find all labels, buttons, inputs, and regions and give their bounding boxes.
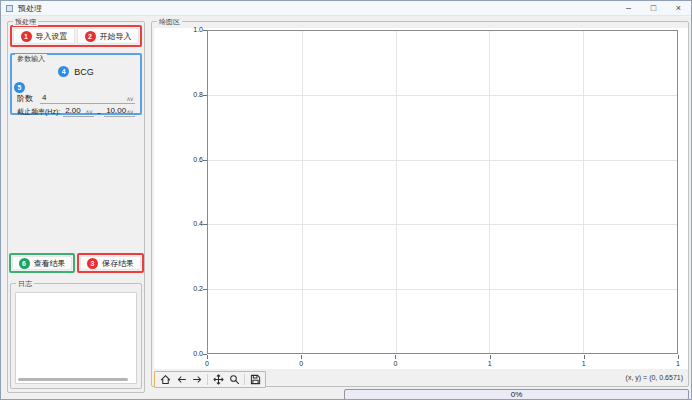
minimize-button[interactable]: – [616, 1, 641, 15]
plot-toolbar [154, 371, 266, 388]
import-settings-button[interactable]: 1 导入设置 [13, 28, 75, 44]
gridline-horizontal [208, 95, 677, 96]
step-badge-1: 1 [21, 31, 32, 42]
app-icon [6, 5, 13, 12]
x-tick-mark [490, 355, 491, 359]
x-tick-mark [584, 355, 585, 359]
pan-icon[interactable] [212, 374, 224, 386]
plot-canvas[interactable]: 1.00.80.60.40.20.0000111 [154, 28, 688, 369]
toolbar-separator [207, 374, 208, 385]
param-input-annotation: 参数输入 4 BCG 5 阶数 4 ∧∨ 截止频率(Hz): 2.00 ∧∨ [10, 53, 142, 115]
plot-area-group: 绘图区 1.00.80.60.40.20.0000111 [151, 21, 689, 387]
cutoff-high-spinbox[interactable]: 10.00 ∧∨ [104, 106, 135, 117]
progress-bar: 0% [344, 389, 689, 400]
start-import-button[interactable]: 2 开始导入 [77, 28, 139, 44]
order-value: 4 [42, 93, 46, 102]
app-window: 预处理 – □ × 预处理 1 导入设置 2 开始导入 参数输入 4 BCG [0, 0, 692, 400]
x-tick-mark [678, 355, 679, 359]
gridline-vertical [302, 31, 303, 353]
spinner-arrows-icon[interactable]: ∧∨ [126, 109, 133, 115]
gridline-vertical [583, 31, 584, 353]
step-badge-4: 4 [58, 66, 69, 77]
preprocess-group-label: 预处理 [13, 17, 38, 26]
forward-arrow-icon[interactable] [191, 374, 203, 386]
progress-text: 0% [511, 390, 523, 399]
gridline-horizontal [208, 224, 677, 225]
close-button[interactable]: × [666, 1, 691, 15]
plot-area-group-label: 绘图区 [157, 17, 182, 26]
cutoff-separator: ~ [97, 110, 101, 117]
window-controls: – □ × [616, 1, 691, 15]
y-tick-mark [203, 289, 207, 290]
start-import-label: 开始导入 [100, 31, 132, 42]
log-horizontal-scrollbar[interactable] [18, 378, 128, 381]
param-group-label: 参数输入 [15, 54, 47, 63]
y-tick-label: 0.4 [180, 220, 203, 228]
x-tick-label: 0 [199, 360, 215, 368]
y-tick-mark [203, 30, 207, 31]
y-tick-mark [203, 160, 207, 161]
view-results-button[interactable]: 6 查看结果 [12, 256, 72, 270]
log-group: 日志 [10, 283, 142, 389]
toolbar-separator [244, 374, 245, 385]
gridline-horizontal [208, 160, 677, 161]
y-tick-label: 0.6 [180, 156, 203, 164]
x-tick-mark [395, 355, 396, 359]
order-spinbox[interactable]: 4 ∧∨ [40, 93, 135, 104]
gridline-vertical [396, 31, 397, 353]
x-tick-mark [301, 355, 302, 359]
plot-axes [207, 30, 678, 354]
x-tick-label: 1 [482, 360, 498, 368]
log-textarea[interactable] [15, 292, 137, 384]
log-group-label: 日志 [16, 279, 34, 288]
import-buttons-annotation: 1 导入设置 2 开始导入 [10, 25, 142, 47]
y-tick-mark [203, 224, 207, 225]
preprocess-group: 预处理 1 导入设置 2 开始导入 参数输入 4 BCG 5 阶数 [7, 21, 145, 393]
spinner-arrows-icon[interactable]: ∧∨ [126, 96, 133, 102]
x-tick-label: 0 [293, 360, 309, 368]
x-tick-label: 1 [670, 360, 686, 368]
maximize-button[interactable]: □ [641, 1, 666, 15]
cursor-coordinate-readout: (x, y) = (0, 0.6571) [626, 374, 683, 381]
cutoff-low-value: 2.00 [65, 106, 81, 115]
cutoff-high-value: 10.00 [106, 106, 126, 115]
spinner-arrows-icon[interactable]: ∧∨ [85, 109, 92, 115]
view-results-annotation: 6 查看结果 [9, 253, 75, 273]
save-results-annotation: 3 保存结果 [77, 253, 144, 273]
save-results-button[interactable]: 3 保存结果 [80, 256, 141, 270]
save-figure-icon[interactable] [249, 374, 261, 386]
back-arrow-icon[interactable] [175, 374, 187, 386]
order-row: 阶数 4 ∧∨ [17, 92, 135, 104]
cutoff-row: 截止频率(Hz): 2.00 ∧∨ ~ 10.00 ∧∨ [17, 105, 135, 117]
home-icon[interactable] [159, 374, 171, 386]
zoom-rect-icon[interactable] [228, 374, 240, 386]
y-tick-label: 0.8 [180, 91, 203, 99]
signal-type-label: BCG [74, 67, 94, 77]
signal-type-row: 4 BCG [12, 65, 140, 78]
y-tick-label: 0.2 [180, 285, 203, 293]
cutoff-low-spinbox[interactable]: 2.00 ∧∨ [63, 106, 94, 117]
gridline-horizontal [208, 289, 677, 290]
order-label: 阶数 [17, 93, 33, 104]
x-tick-label: 1 [576, 360, 592, 368]
step-badge-3: 3 [87, 258, 98, 269]
step-badge-6: 6 [19, 258, 30, 269]
y-tick-label: 1.0 [180, 26, 203, 34]
title-bar: 预处理 – □ × [1, 1, 691, 16]
cutoff-label: 截止频率(Hz): [17, 107, 60, 117]
step-badge-2: 2 [85, 31, 96, 42]
view-results-label: 查看结果 [34, 258, 66, 269]
y-tick-label: 0.0 [180, 350, 203, 358]
x-tick-mark [207, 355, 208, 359]
y-tick-mark [203, 95, 207, 96]
gridline-vertical [489, 31, 490, 353]
import-settings-label: 导入设置 [36, 31, 68, 42]
window-title: 预处理 [18, 3, 42, 14]
x-tick-label: 0 [387, 360, 403, 368]
save-results-label: 保存结果 [102, 258, 134, 269]
